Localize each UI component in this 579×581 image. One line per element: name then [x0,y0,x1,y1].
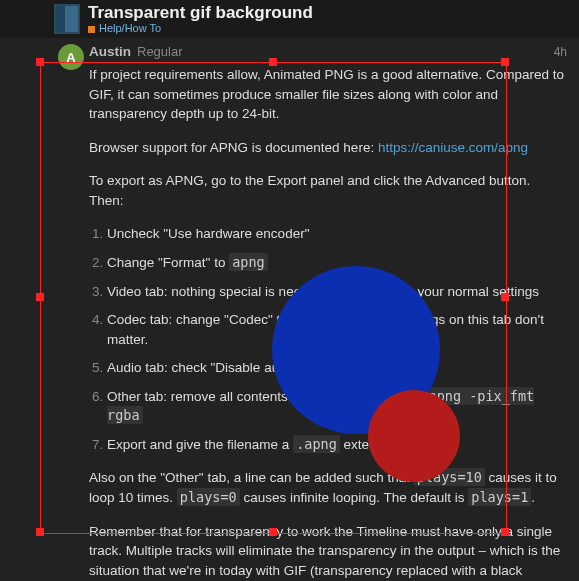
paragraph: Remember that for transparency to work t… [89,522,567,581]
header-titles: Transparent gif background Help/How To [88,4,313,35]
post-age[interactable]: 4h [554,45,567,59]
app-header: Transparent gif background Help/How To [0,0,579,38]
paragraph: To export as APNG, go to the Export pane… [89,171,567,210]
avatar[interactable]: A [58,44,84,70]
code: plays=1 [468,488,531,506]
app-logo-icon [54,4,80,34]
code: plays=0 [177,488,240,506]
red-circle-shape[interactable] [368,390,460,482]
list-item: Export and give the filename a .apng ext… [107,435,567,455]
code: .apng [293,435,340,453]
post-header: A Austin Regular 4h [55,44,567,59]
post-badge: Regular [137,44,183,59]
paragraph: Browser support for APNG is documented h… [89,138,567,158]
code: apng [229,253,268,271]
list-item: Uncheck "Use hardware encoder" [107,224,567,244]
topic-category[interactable]: Help/How To [88,22,313,34]
paragraph: If project requirements allow, Animated … [89,65,567,124]
topic-title[interactable]: Transparent gif background [88,4,313,23]
post-author[interactable]: Austin [89,44,131,59]
apng-support-link[interactable]: https://caniuse.com/apng [378,140,528,155]
paragraph: Also on the "Other" tab, a line can be a… [89,468,567,507]
